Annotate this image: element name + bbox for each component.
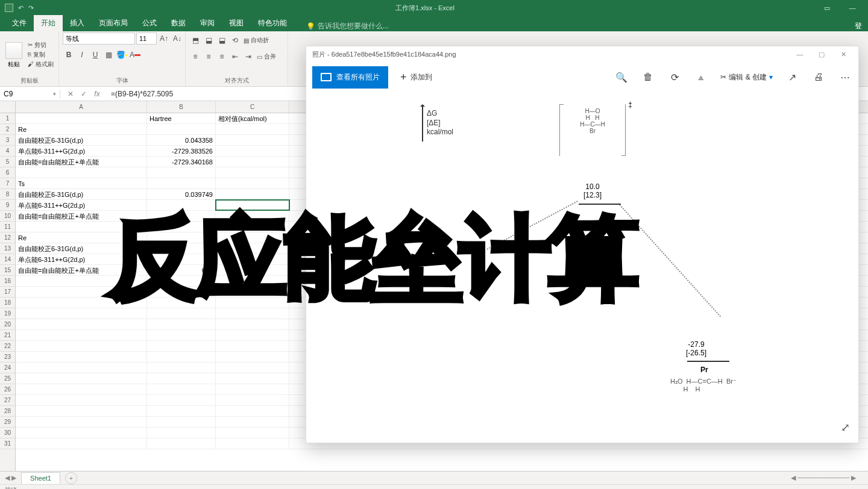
align-middle-icon[interactable]: ⬓ — [203, 34, 215, 46]
cell[interactable] — [216, 200, 289, 210]
fx-icon[interactable]: fx — [92, 90, 102, 98]
undo-icon[interactable]: ↶ — [18, 4, 24, 12]
share-icon[interactable]: ↗ — [785, 70, 799, 84]
align-right-icon[interactable]: ≡ — [216, 51, 228, 63]
cell[interactable] — [216, 428, 289, 438]
wrap-text-button[interactable]: ▤自动折 — [242, 34, 270, 46]
add-sheet-button[interactable]: + — [65, 472, 77, 484]
cell[interactable]: 相对值(kcal/mol) — [216, 113, 289, 123]
cell[interactable] — [216, 243, 289, 254]
cell[interactable]: 自由能=自由能校正+单点能 — [16, 211, 147, 221]
cell[interactable]: 自由能校正6-31G(d,p) — [16, 243, 147, 254]
cell[interactable]: 自由能=自由能校正+单点能 — [16, 265, 147, 275]
cell[interactable] — [216, 232, 289, 243]
row-header[interactable]: 22 — [0, 341, 15, 352]
format-painter-button[interactable]: 🖌格式刷 — [27, 60, 55, 69]
col-header[interactable]: A — [16, 101, 147, 113]
cell[interactable] — [216, 167, 289, 178]
row-header[interactable]: 12 — [0, 232, 15, 243]
cancel-icon[interactable]: ✕ — [65, 90, 76, 98]
cell[interactable] — [147, 363, 216, 373]
cell[interactable] — [216, 406, 289, 416]
minimize-icon[interactable]: — — [791, 51, 809, 58]
font-size-input[interactable] — [136, 33, 157, 45]
row-header[interactable]: 8 — [0, 189, 15, 200]
row-header[interactable]: 30 — [0, 428, 15, 438]
cell[interactable] — [16, 276, 147, 286]
row-header[interactable]: 26 — [0, 384, 15, 395]
row-header[interactable]: 11 — [0, 222, 15, 232]
row-header[interactable]: 29 — [0, 417, 15, 428]
cell[interactable] — [216, 373, 289, 384]
cell[interactable]: -2729.383526 — [147, 146, 216, 156]
row-header[interactable]: 5 — [0, 157, 15, 167]
row-header[interactable]: 27 — [0, 395, 15, 406]
row-header[interactable]: 31 — [0, 438, 15, 449]
increase-font-icon[interactable]: A↑ — [158, 33, 170, 45]
row-header[interactable]: 7 — [0, 178, 15, 189]
indent-inc-icon[interactable]: ⇥ — [242, 51, 254, 63]
cell[interactable] — [16, 417, 147, 427]
cell[interactable] — [147, 297, 216, 308]
more-icon[interactable]: ⋯ — [838, 70, 852, 84]
italic-button[interactable]: I — [76, 49, 88, 61]
cell[interactable] — [16, 330, 147, 340]
minimize-icon[interactable]: — — [841, 2, 863, 14]
cell[interactable] — [147, 178, 216, 188]
sheet-nav[interactable]: ◀ ▶ — [0, 474, 21, 482]
tab-insert[interactable]: 插入 — [63, 15, 92, 31]
cell[interactable] — [216, 438, 289, 449]
cell[interactable] — [147, 395, 216, 405]
row-header[interactable]: 18 — [0, 297, 15, 308]
font-color-button[interactable]: A — [129, 49, 141, 61]
cell[interactable] — [16, 384, 147, 394]
cell[interactable] — [216, 146, 289, 156]
cell[interactable] — [216, 319, 289, 329]
cell[interactable] — [147, 438, 216, 449]
cell[interactable] — [147, 330, 216, 340]
cut-button[interactable]: ✂剪切 — [27, 40, 55, 50]
save-icon[interactable] — [5, 4, 13, 12]
cell[interactable]: 0.043358 — [147, 135, 216, 145]
cell[interactable] — [216, 276, 289, 286]
view-all-photos-button[interactable]: 查看所有照片 — [312, 66, 388, 89]
cell[interactable]: 自由能=自由能校正+单点能 — [16, 157, 147, 167]
cell[interactable]: Hartree — [147, 113, 216, 123]
ribbon-options-icon[interactable]: ▭ — [816, 2, 838, 14]
crop-icon[interactable]: ⟁ — [694, 70, 708, 84]
cell[interactable] — [216, 157, 289, 167]
cell[interactable] — [216, 135, 289, 145]
print-icon[interactable]: 🖨 — [811, 70, 826, 84]
sheet-tab[interactable]: Sheet1 — [21, 472, 60, 484]
cell[interactable] — [16, 287, 147, 297]
cell[interactable] — [16, 297, 147, 308]
rotate-icon[interactable]: ⟳ — [667, 70, 682, 84]
cell[interactable] — [16, 113, 147, 123]
cell[interactable] — [147, 167, 216, 178]
tab-file[interactable]: 文件 — [5, 15, 34, 31]
cell[interactable]: Re — [16, 232, 147, 243]
cell[interactable] — [147, 222, 216, 232]
row-header[interactable]: 21 — [0, 330, 15, 341]
indent-dec-icon[interactable]: ⇤ — [229, 51, 241, 63]
cell[interactable] — [147, 308, 216, 319]
merge-button[interactable]: ▭合并 — [256, 51, 277, 63]
cell[interactable] — [147, 417, 216, 427]
cell[interactable]: 自由能校正6-31G(d,p) — [16, 135, 147, 145]
align-top-icon[interactable]: ⬒ — [189, 34, 201, 46]
cell[interactable]: Re — [16, 124, 147, 134]
row-header[interactable]: 2 — [0, 124, 15, 135]
align-bottom-icon[interactable]: ⬓ — [216, 34, 228, 46]
underline-button[interactable]: U — [89, 49, 101, 61]
cell[interactable] — [216, 211, 289, 221]
row-header[interactable]: 15 — [0, 265, 15, 276]
cell[interactable] — [16, 308, 147, 319]
tab-feature[interactable]: 特色功能 — [251, 15, 294, 31]
maximize-icon[interactable]: ▢ — [813, 51, 831, 58]
cell[interactable]: 0.039749 — [147, 189, 216, 199]
col-header[interactable]: C — [216, 101, 289, 113]
tab-layout[interactable]: 页面布局 — [92, 15, 135, 31]
row-header[interactable]: 23 — [0, 352, 15, 363]
cell[interactable] — [147, 319, 216, 329]
orientation-icon[interactable]: ⟲ — [229, 34, 241, 46]
